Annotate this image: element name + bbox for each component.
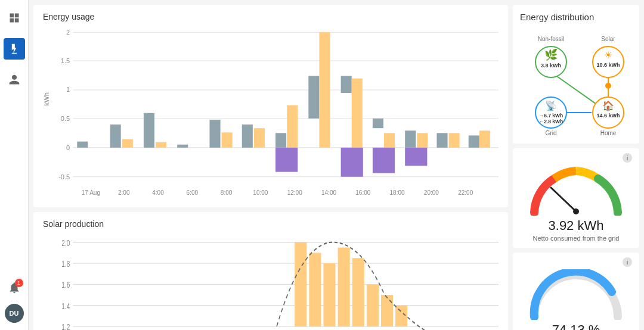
svg-text:🏠: 🏠 — [602, 100, 614, 111]
energy-network-svg: 🌿 3.8 kWh Non-fossil ☀ 10.6 kWh Solar 📡 … — [520, 29, 637, 139]
gauge1-label: Netto consumed from the grid — [533, 235, 620, 242]
energy-usage-title: Energy usage — [43, 12, 499, 21]
svg-text:4:00: 4:00 — [152, 189, 164, 196]
svg-text:10.6 kWh: 10.6 kWh — [596, 62, 620, 68]
svg-text:14.6 kWh: 14.6 kWh — [596, 113, 620, 119]
svg-rect-69 — [367, 284, 379, 326]
user-avatar[interactable]: DU — [5, 304, 24, 323]
svg-text:0.5: 0.5 — [61, 115, 70, 122]
solar-gauge-card: i 74.13 % Self consumed solar energy — [513, 253, 639, 330]
svg-text:←2.8 kWh: ←2.8 kWh — [539, 119, 564, 124]
svg-rect-50 — [436, 133, 447, 147]
svg-rect-41 — [341, 76, 352, 94]
svg-rect-51 — [449, 133, 460, 147]
energy-usage-chart: 2 1.5 1 0.5 0 -0.5 kWh 17 Aug 2:00 4:00 … — [43, 26, 499, 203]
svg-rect-35 — [275, 133, 286, 147]
svg-rect-46 — [373, 148, 395, 173]
svg-line-93 — [551, 188, 576, 211]
solar-production-chart: 2.0 1.8 1.6 1.4 1.2 — [43, 234, 499, 330]
solar-production-title: Solar production — [43, 219, 499, 229]
sidebar-item-lightning[interactable] — [4, 38, 25, 60]
energy-usage-svg: 2 1.5 1 0.5 0 -0.5 kWh 17 Aug 2:00 4:00 … — [43, 26, 499, 203]
svg-rect-28 — [144, 113, 154, 148]
svg-rect-26 — [110, 124, 121, 148]
svg-rect-32 — [222, 132, 233, 147]
svg-text:1.2: 1.2 — [61, 322, 70, 330]
svg-rect-29 — [156, 142, 166, 148]
svg-text:1.8: 1.8 — [61, 259, 70, 269]
gauge1-svg — [528, 165, 624, 218]
svg-rect-65 — [309, 253, 321, 326]
svg-text:1.6: 1.6 — [61, 280, 70, 289]
energy-distribution-card: Energy distribution — [513, 5, 639, 144]
gauge1-info-icon[interactable]: i — [623, 153, 632, 163]
svg-rect-49 — [405, 148, 427, 166]
svg-text:Home: Home — [600, 130, 617, 136]
sidebar-item-grid[interactable] — [4, 7, 25, 29]
svg-rect-44 — [373, 119, 383, 128]
svg-text:📡: 📡 — [545, 100, 557, 111]
solar-production-card: Solar production 2.0 1.8 1.6 1.4 — [33, 212, 508, 330]
notification-badge-count: 1 — [15, 279, 23, 287]
svg-rect-70 — [381, 295, 393, 326]
svg-rect-67 — [338, 247, 350, 326]
svg-text:16:00: 16:00 — [355, 189, 371, 196]
svg-text:Non-fossil: Non-fossil — [538, 36, 564, 42]
charts-left: Energy usage 2 1.5 1 0.5 — [33, 5, 508, 330]
svg-point-94 — [573, 208, 579, 214]
svg-rect-48 — [417, 133, 428, 147]
svg-rect-30 — [177, 145, 188, 148]
gauge2-header: i — [520, 257, 632, 267]
svg-rect-68 — [352, 258, 364, 326]
svg-text:20:00: 20:00 — [424, 189, 439, 196]
svg-text:22:00: 22:00 — [458, 189, 473, 196]
svg-text:1: 1 — [66, 86, 70, 93]
main-content: Energy usage 2 1.5 1 0.5 — [29, 0, 644, 330]
svg-text:17 Aug: 17 Aug — [82, 189, 100, 196]
gauge1-value: 3.92 kWh — [549, 218, 604, 234]
svg-text:☀: ☀ — [604, 50, 612, 60]
gauge2-svg — [528, 269, 624, 322]
svg-text:12:00: 12:00 — [287, 189, 303, 196]
svg-rect-27 — [122, 139, 133, 148]
sidebar-item-person[interactable] — [4, 69, 25, 91]
svg-rect-71 — [395, 305, 407, 326]
svg-text:18:00: 18:00 — [390, 189, 405, 196]
svg-text:1.4: 1.4 — [61, 301, 70, 310]
svg-text:🌿: 🌿 — [544, 48, 558, 61]
gauge1-header: i — [520, 153, 632, 163]
svg-text:Grid: Grid — [546, 130, 557, 136]
svg-text:8:00: 8:00 — [221, 189, 233, 196]
svg-text:6:00: 6:00 — [187, 189, 199, 196]
svg-rect-25 — [77, 142, 88, 148]
svg-text:Solar: Solar — [601, 36, 615, 42]
svg-rect-33 — [242, 124, 253, 148]
svg-point-74 — [605, 83, 611, 89]
svg-rect-40 — [319, 32, 330, 148]
solar-production-svg: 2.0 1.8 1.6 1.4 1.2 — [43, 234, 499, 330]
content-row: Energy usage 2 1.5 1 0.5 — [33, 5, 639, 330]
energy-distribution-title: Energy distribution — [520, 12, 632, 22]
gauge2-info-icon[interactable]: i — [623, 257, 632, 267]
svg-text:0: 0 — [66, 144, 70, 151]
energy-usage-card: Energy usage 2 1.5 1 0.5 — [33, 5, 508, 207]
svg-text:2:00: 2:00 — [118, 189, 130, 196]
svg-text:kWh: kWh — [43, 92, 50, 105]
svg-rect-45 — [384, 133, 395, 147]
svg-text:1.5: 1.5 — [61, 57, 70, 64]
notification-bell[interactable]: 1 — [8, 281, 21, 297]
svg-text:2: 2 — [66, 29, 70, 36]
svg-text:→6.7 kWh: →6.7 kWh — [539, 113, 564, 119]
right-panel: Energy distribution — [508, 5, 639, 330]
svg-rect-53 — [479, 130, 490, 148]
svg-rect-37 — [275, 148, 298, 172]
svg-text:10:00: 10:00 — [253, 189, 268, 196]
svg-rect-43 — [341, 148, 363, 177]
svg-rect-31 — [209, 120, 220, 148]
energy-network: 🌿 3.8 kWh Non-fossil ☀ 10.6 kWh Solar 📡 … — [520, 29, 632, 136]
svg-text:2.0: 2.0 — [61, 238, 70, 247]
svg-rect-36 — [287, 105, 298, 147]
svg-text:-0.5: -0.5 — [58, 173, 70, 180]
svg-rect-38 — [308, 76, 319, 119]
svg-text:3.8 kWh: 3.8 kWh — [541, 63, 561, 69]
